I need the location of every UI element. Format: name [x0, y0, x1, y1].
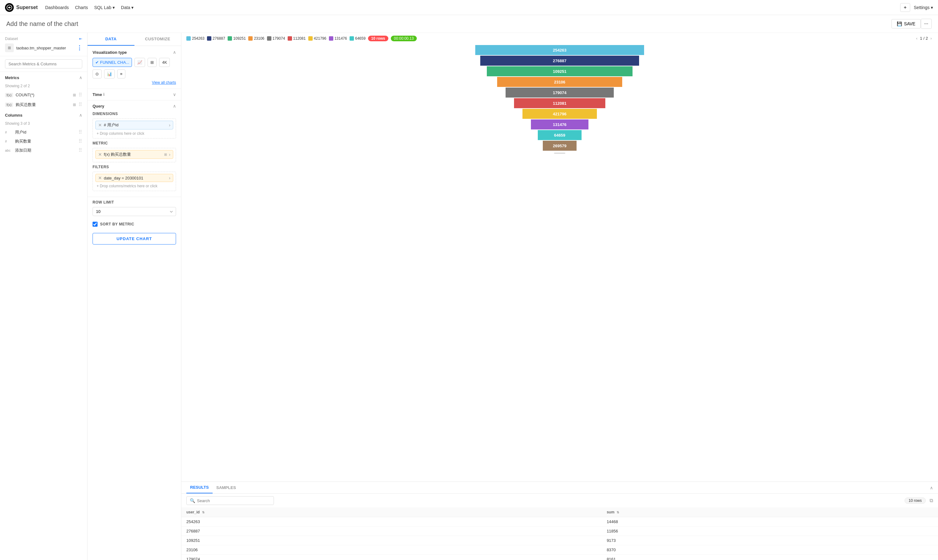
- column-item-2: abc 添加日期 ⠿: [0, 146, 87, 155]
- main-layout: Dataset ⇤ ⊞ taobao.tm_shopper_master ⋮ M…: [0, 33, 938, 560]
- columns-title: Columns: [5, 113, 23, 118]
- sort-row: SORT BY METRIC: [88, 219, 181, 229]
- col-drag-2[interactable]: ⠿: [78, 147, 82, 153]
- logo-icon: [5, 3, 14, 12]
- metrics-collapse-icon[interactable]: ∧: [79, 75, 82, 80]
- more-button[interactable]: ···: [921, 19, 932, 29]
- viz-type-section: Visualization type ∧ ✔ FUNNEL CHA... 📈 ⊞…: [88, 46, 181, 89]
- columns-collapse-icon[interactable]: ∧: [79, 112, 82, 118]
- cell-sum-3: 8370: [601, 545, 938, 555]
- funnel-label-8: 64659: [554, 133, 565, 138]
- viz-bar-btn[interactable]: 📊: [104, 69, 115, 78]
- col-type-0: #: [5, 131, 12, 134]
- filters-label: FILTERS: [92, 165, 176, 169]
- viz-list-btn[interactable]: ≡: [117, 69, 125, 78]
- funnel-label-5: 112081: [553, 101, 566, 106]
- dim-expand-icon[interactable]: ›: [169, 123, 171, 128]
- nav-sqllab[interactable]: SQL Lab ▾: [94, 5, 115, 10]
- search-box: [0, 56, 87, 72]
- dataset-label: Dataset ⇤: [5, 37, 82, 41]
- filter-tag-text: date_day = 20300101: [104, 176, 167, 180]
- prev-page-arrow[interactable]: ‹: [915, 35, 919, 41]
- funnel-svg: 254263 276887 109251 23106 179074 112081: [472, 45, 647, 158]
- cell-userid-3: 23106: [181, 545, 601, 555]
- filter-expand-icon[interactable]: ›: [169, 175, 171, 180]
- funnel-label-7: 131476: [553, 122, 566, 127]
- sort-icon-sum[interactable]: ⇅: [617, 511, 619, 514]
- legend-color-5: [288, 36, 292, 41]
- legend-label-3: 23106: [254, 36, 264, 41]
- viz-funnel-label: FUNNEL CHA...: [100, 60, 129, 65]
- results-search-input[interactable]: [197, 498, 271, 503]
- nav-dashboards[interactable]: Dashboards: [45, 5, 69, 10]
- nav-right: + Settings ▾: [900, 3, 933, 12]
- sort-icon-userid[interactable]: ⇅: [202, 511, 205, 514]
- row-limit-label: ROW LIMIT: [92, 200, 176, 205]
- columns-count: Showing 3 of 3: [0, 120, 87, 128]
- tab-customize[interactable]: CUSTOMIZE: [134, 33, 181, 46]
- query-header[interactable]: Query ∧: [92, 103, 176, 109]
- dim-drop-target[interactable]: + Drop columns here or click: [95, 131, 173, 136]
- results-search-box: 🔍: [186, 496, 274, 505]
- search-metrics-input[interactable]: [5, 59, 82, 68]
- viz-funnel-btn[interactable]: ✔ FUNNEL CHA...: [92, 58, 132, 67]
- sort-by-metric-checkbox[interactable]: [92, 222, 98, 227]
- copy-button[interactable]: ⧉: [930, 498, 933, 503]
- rows-badge: 10 rows: [368, 35, 388, 41]
- next-page-arrow[interactable]: ›: [929, 35, 933, 41]
- dataset-back-icon[interactable]: ⇤: [79, 37, 82, 41]
- col-name-1: 购买数量: [15, 138, 76, 144]
- table-row: 276887 11856: [181, 526, 938, 536]
- viz-pie-btn[interactable]: ⊙: [92, 69, 101, 78]
- dimensions-box: ✕ # 用户id › + Drop columns here or click: [92, 118, 176, 138]
- legend-color-3: [248, 36, 253, 41]
- time-header[interactable]: Time ℹ ∨: [92, 92, 176, 97]
- page-title: Add the name of the chart: [6, 20, 892, 28]
- cell-userid-2: 109251: [181, 536, 601, 545]
- drag-handle-0[interactable]: ⠿: [78, 92, 82, 98]
- dataset-name: taobao.tm_shopper_master: [16, 46, 74, 50]
- legend-color-1: [207, 36, 211, 41]
- dataset-more-icon[interactable]: ⋮: [77, 45, 82, 51]
- viz-4k-btn[interactable]: 4K: [159, 58, 170, 67]
- metric-remove-icon[interactable]: ✕: [98, 152, 102, 157]
- viz-type-header: Visualization type ∧: [92, 50, 176, 55]
- time-info-icon: ℹ: [103, 92, 105, 97]
- settings-button[interactable]: Settings ▾: [914, 5, 933, 10]
- tab-samples[interactable]: SAMPLES: [212, 482, 240, 493]
- legend-label-2: 109251: [233, 36, 246, 41]
- drag-handle-1[interactable]: ⠿: [78, 102, 82, 108]
- tab-results[interactable]: RESULTS: [186, 482, 212, 494]
- tab-data[interactable]: DATA: [88, 33, 134, 46]
- dataset-row: ⊞ taobao.tm_shopper_master ⋮: [5, 43, 82, 52]
- dim-remove-icon[interactable]: ✕: [98, 123, 102, 128]
- save-button[interactable]: 💾 SAVE: [892, 19, 921, 28]
- plus-button[interactable]: +: [900, 3, 910, 12]
- legend-1: 276887: [207, 36, 225, 41]
- col-drag-0[interactable]: ⠿: [78, 129, 82, 135]
- time-collapse-icon[interactable]: ∨: [173, 92, 176, 97]
- nav-data[interactable]: Data ▾: [121, 5, 134, 10]
- columns-list: # 用户id ⠿ # 购买数量 ⠿ abc 添加日期 ⠿: [0, 128, 87, 155]
- legend-7: 131476: [329, 36, 347, 41]
- col-header-sum: sum ⇅: [601, 508, 938, 517]
- bottom-collapse-icon[interactable]: ∧: [930, 485, 933, 490]
- filter-drop-target[interactable]: + Drop columns/metrics here or click: [95, 183, 173, 189]
- filter-remove-icon[interactable]: ✕: [98, 175, 102, 180]
- legend-4: 179074: [267, 36, 285, 41]
- query-collapse-icon[interactable]: ∧: [173, 103, 176, 109]
- view-all-charts-link[interactable]: View all charts: [92, 80, 176, 85]
- row-limit-select[interactable]: 10: [92, 207, 176, 216]
- viz-type-collapse-icon[interactable]: ∧: [173, 50, 176, 55]
- column-item-1: # 购买数量 ⠿: [0, 137, 87, 146]
- col-drag-1[interactable]: ⠿: [78, 138, 82, 144]
- save-icon: 💾: [897, 21, 902, 26]
- nav-charts[interactable]: Charts: [75, 5, 88, 10]
- metric-expand-icon[interactable]: ›: [169, 152, 171, 157]
- viz-table-btn[interactable]: ⊞: [148, 58, 157, 67]
- col-type-2: abc: [5, 149, 12, 152]
- legend-3: 23106: [248, 36, 264, 41]
- update-chart-button[interactable]: UPDATE CHART: [92, 233, 176, 245]
- dataset-section: Dataset ⇤ ⊞ taobao.tm_shopper_master ⋮: [0, 33, 87, 56]
- viz-line-btn[interactable]: 📈: [134, 58, 145, 67]
